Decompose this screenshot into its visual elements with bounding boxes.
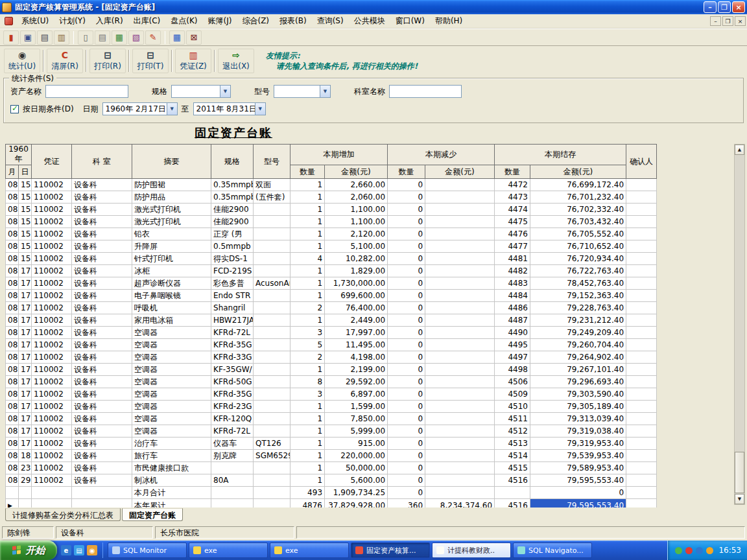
table-row[interactable]: 0817110002设备科电子鼻咽喉镜Endo STR1699,600.0004… bbox=[6, 290, 657, 302]
start-button[interactable]: 开始 bbox=[0, 541, 57, 560]
ledger-cell: 110002 bbox=[32, 228, 72, 240]
scroll-down-icon[interactable]: ▼ bbox=[735, 494, 744, 504]
mdi-minimize-button[interactable]: – bbox=[710, 16, 721, 26]
print-r-button[interactable]: ⊟打印(R) bbox=[89, 49, 126, 73]
mdi-restore-button[interactable]: ❐ bbox=[722, 16, 733, 26]
menu-item-4[interactable]: 盘点(K) bbox=[165, 14, 202, 29]
date-to-label: 至 bbox=[182, 104, 189, 115]
stats-button[interactable]: ◉统计(U) bbox=[4, 49, 40, 73]
spec-combobox[interactable]: ▼ bbox=[171, 85, 231, 98]
printer-icon[interactable]: ▤ bbox=[37, 30, 53, 45]
table-row[interactable]: 0815110002设备科激光式打印机佳能290011,100.00044757… bbox=[6, 216, 657, 228]
exit-button[interactable]: ⇨退出(X) bbox=[218, 49, 254, 73]
tray-icon-1[interactable] bbox=[685, 547, 693, 554]
image2-icon[interactable]: ▧ bbox=[128, 30, 144, 45]
menu-item-6[interactable]: 综合(Z) bbox=[237, 14, 274, 29]
voucher-button[interactable]: ▥凭证(Z) bbox=[175, 49, 211, 73]
table-row[interactable]: 0815110002设备科防护围裙0.35mmpb双面12,660.000447… bbox=[6, 179, 657, 191]
taskbar-task-2[interactable]: exe bbox=[270, 542, 349, 558]
view-tab-1[interactable]: 固定资产台账 bbox=[122, 508, 183, 521]
clipboard-icon[interactable]: ▥ bbox=[54, 30, 69, 45]
chevron-down-icon[interactable]: ▼ bbox=[220, 86, 230, 97]
table-row[interactable]: 0817110002设备科空调器KFRd-72L317,997.00044907… bbox=[6, 327, 657, 339]
table-row[interactable]: 0829110002设备科制冰机80A15,600.000451679,595,… bbox=[6, 474, 657, 487]
taskbar-task-0[interactable]: SQL Monitor bbox=[108, 542, 187, 558]
table-row[interactable]: 0817110002设备科空调器KFRd-72L15,999.000451279… bbox=[6, 425, 657, 438]
tray-icon-0[interactable] bbox=[675, 547, 682, 554]
menu-item-2[interactable]: 入库(R) bbox=[91, 14, 128, 29]
show-desktop-icon[interactable]: ▤ bbox=[74, 545, 84, 555]
scrollbar-thumb[interactable] bbox=[735, 452, 744, 493]
table-row[interactable]: 0817110002设备科空调器KFRd-23G11,599.000451079… bbox=[6, 401, 657, 413]
table-row[interactable]: 0817110002设备科超声诊断仪器彩色多普AcusonAn11,730,00… bbox=[6, 277, 657, 290]
menu-item-0[interactable]: 系统(U) bbox=[16, 14, 54, 29]
save-icon[interactable]: ▣ bbox=[20, 30, 36, 45]
menu-item-8[interactable]: 查询(S) bbox=[312, 14, 349, 29]
ie-icon[interactable]: e bbox=[61, 545, 71, 555]
chevron-down-icon[interactable]: ▼ bbox=[167, 103, 177, 115]
menu-item-5[interactable]: 账簿(J) bbox=[203, 14, 237, 29]
table-row[interactable]: 0817110002设备科空调器KFRd-33G24,198.000449779… bbox=[6, 351, 657, 364]
table-row[interactable]: 0817110002设备科空调器KFRd-50G829,592.00045067… bbox=[6, 376, 657, 388]
taskbar-task-4[interactable]: 计提科教财政.. bbox=[432, 542, 511, 558]
table-row[interactable]: 0818110002设备科旅行车别克牌SGM6529A1220,000.0004… bbox=[6, 450, 657, 462]
grid-icon[interactable]: ▦ bbox=[169, 30, 185, 45]
summary-row[interactable]: 本月合计4931,909,734.2500 bbox=[6, 487, 657, 499]
image-icon[interactable]: ▦ bbox=[112, 30, 127, 45]
menu-item-3[interactable]: 出库(C) bbox=[128, 14, 166, 29]
doc-icon[interactable]: ▤ bbox=[95, 30, 110, 45]
table-row[interactable]: 0817110002设备科空调器KF-35GW/12,199.000449879… bbox=[6, 364, 657, 376]
taskbar-task-3[interactable]: 固定资产核算... bbox=[351, 542, 430, 558]
restore-button[interactable]: ❐ bbox=[718, 1, 731, 13]
taskbar-task-5[interactable]: SQL Navigato... bbox=[513, 542, 592, 558]
print-t-button[interactable]: ⊟打印(T) bbox=[132, 49, 169, 73]
menu-item-7[interactable]: 报表(B) bbox=[274, 14, 312, 29]
tray-icon-2[interactable] bbox=[696, 547, 703, 554]
table-row[interactable]: 0817110002设备科空调器KFR-120Q17,850.000451179… bbox=[6, 413, 657, 425]
scroll-up-icon[interactable]: ▲ bbox=[735, 145, 744, 155]
ledger-cell: 15 bbox=[19, 240, 32, 253]
model-combobox[interactable]: ▼ bbox=[274, 85, 331, 98]
mdi-child-icon[interactable] bbox=[5, 17, 13, 25]
dept-name-input[interactable] bbox=[389, 85, 462, 98]
date-from-picker[interactable]: 1960年 2月17日 ▼ bbox=[102, 102, 178, 115]
media-player-icon[interactable]: ◉ bbox=[87, 545, 97, 555]
new-doc-icon[interactable]: ▯ bbox=[78, 30, 93, 45]
status-panel-empty bbox=[296, 526, 745, 539]
thermometer-icon[interactable]: ▮ bbox=[3, 30, 19, 45]
clear-screen-button[interactable]: C清屏(R) bbox=[47, 49, 83, 73]
mail-close-icon[interactable]: ⊠ bbox=[186, 30, 202, 45]
ledger-cell: 110002 bbox=[32, 302, 72, 314]
chevron-down-icon[interactable]: ▼ bbox=[320, 86, 330, 97]
chevron-down-icon[interactable]: ▼ bbox=[255, 103, 265, 115]
table-row[interactable]: 0817110002设备科空调器KFRd-35G511,495.00044957… bbox=[6, 339, 657, 351]
menu-item-9[interactable]: 公共模块 bbox=[349, 14, 390, 29]
table-row[interactable]: 0815110002设备科激光式打印机佳能290011,100.00044747… bbox=[6, 204, 657, 216]
table-row[interactable]: 0817110002设备科冰柜FCD-219S11,829.000448276,… bbox=[6, 265, 657, 277]
close-button[interactable]: × bbox=[732, 1, 745, 13]
minimize-button[interactable]: – bbox=[704, 1, 717, 13]
mdi-close-button[interactable]: × bbox=[735, 16, 746, 26]
tray-icon-3[interactable] bbox=[706, 547, 713, 554]
ledger-cell bbox=[626, 204, 657, 216]
view-tab-0[interactable]: 计提修购基金分类分科汇总表 bbox=[5, 508, 121, 521]
date-to-picker[interactable]: 2011年 8月31日 ▼ bbox=[193, 102, 266, 115]
table-row[interactable]: 0817110002设备科空调器KFRd-35G36,897.000450979… bbox=[6, 388, 657, 401]
date-filter-checkbox[interactable] bbox=[10, 105, 19, 113]
menu-item-11[interactable]: 帮助(H) bbox=[430, 14, 468, 29]
table-row[interactable]: 0817110002设备科呼吸机Shangril276,400.00044867… bbox=[6, 302, 657, 314]
table-row[interactable]: 0823110002设备科市民健康接口款150,000.000451579,58… bbox=[6, 462, 657, 474]
taskbar-task-1[interactable]: exe bbox=[189, 542, 268, 558]
table-row[interactable]: 0815110002设备科铅衣正穿 (男12,120.000447676,705… bbox=[6, 228, 657, 240]
ledger-cell: 设备科 bbox=[72, 413, 132, 425]
signature-icon[interactable]: ✎ bbox=[145, 30, 161, 45]
table-row[interactable]: 0815110002设备科针式打印机得实DS-1410,282.00044817… bbox=[6, 253, 657, 265]
vertical-scrollbar[interactable]: ▲ ▼ bbox=[734, 144, 745, 505]
menu-item-10[interactable]: 窗口(W) bbox=[390, 14, 430, 29]
table-row[interactable]: 0815110002设备科升降屏0.5mmpb15,100.000447776,… bbox=[6, 240, 657, 253]
asset-name-input[interactable] bbox=[45, 85, 128, 98]
table-row[interactable]: 0817110002设备科家用电冰箱HBW217JA12,449.0004487… bbox=[6, 314, 657, 327]
menu-item-1[interactable]: 计划(Y) bbox=[54, 14, 91, 29]
table-row[interactable]: 0815110002设备科防护用品0.35mmpb(五件套)12,060.000… bbox=[6, 191, 657, 204]
table-row[interactable]: 0817110002设备科治疗车仪器车QT1261915.000451379,3… bbox=[6, 438, 657, 450]
